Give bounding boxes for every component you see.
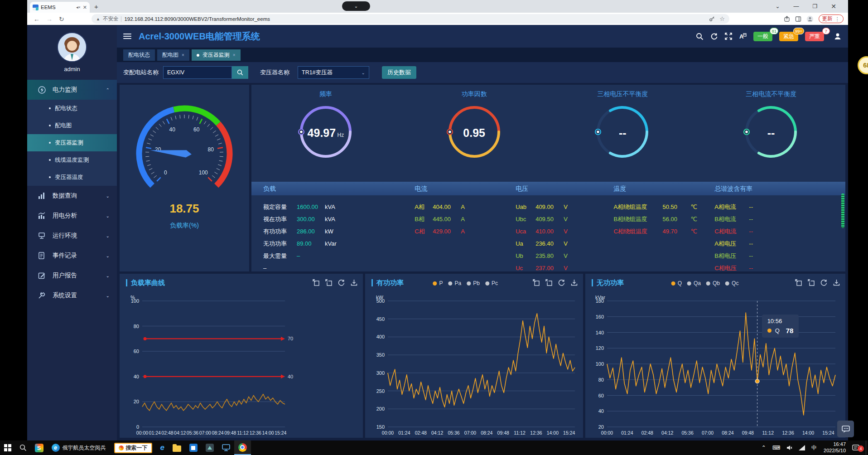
legend-item[interactable]: P xyxy=(433,280,443,286)
page-tab-1[interactable]: 配电图× xyxy=(157,49,189,61)
tab-close-icon[interactable]: ✕ xyxy=(83,5,87,10)
volume-icon[interactable] xyxy=(783,445,796,450)
show-desktop-button[interactable] xyxy=(866,440,868,455)
restore-box-icon[interactable] xyxy=(808,279,815,286)
legend-item[interactable]: Qb xyxy=(706,280,720,286)
scrollbar-thumb[interactable] xyxy=(841,194,844,228)
refresh-icon[interactable] xyxy=(820,279,827,286)
taskbar-clock[interactable]: 16:47 2022/5/10 xyxy=(820,441,849,454)
floating-badge[interactable]: 68 xyxy=(858,56,868,74)
alarm-normal-button[interactable]: 一般 81 xyxy=(753,32,772,41)
tab-search-icon[interactable]: ⌄ xyxy=(775,3,780,10)
network-icon[interactable] xyxy=(796,445,808,450)
row-label: Ua xyxy=(516,240,531,247)
user-avatar[interactable] xyxy=(57,32,87,62)
key-icon[interactable] xyxy=(709,16,715,22)
legend-item[interactable]: Pb xyxy=(467,280,480,286)
s-app-icon[interactable]: S xyxy=(31,440,48,455)
side-panel-icon[interactable] xyxy=(795,16,801,22)
address-bar[interactable]: ▲ 不安全 192.168.204.112:8090/3000WEBV2/Tra… xyxy=(92,14,729,24)
row-value: 409.50 xyxy=(535,216,561,223)
close-icon[interactable]: ✕ xyxy=(831,3,836,10)
forward-icon[interactable]: → xyxy=(46,15,53,23)
sidebar-item-3[interactable]: 线缆温度监测 xyxy=(27,151,117,169)
zoom-box-icon[interactable] xyxy=(533,279,540,286)
sidebar-group-5[interactable]: 用户报告⌄ xyxy=(27,266,117,286)
download-icon[interactable] xyxy=(351,279,357,286)
font-icon[interactable]: A xyxy=(739,33,747,40)
chat-button[interactable] xyxy=(837,421,854,437)
tab-mute-icon[interactable]: ◂× xyxy=(76,5,81,10)
fullscreen-icon[interactable] xyxy=(725,33,732,40)
taskbar-search-box[interactable]: 搜索一下 xyxy=(110,440,156,455)
photos-icon[interactable] xyxy=(202,440,218,455)
refresh-icon[interactable] xyxy=(338,279,345,286)
download-icon[interactable] xyxy=(833,279,840,286)
legend-item[interactable]: Pc xyxy=(485,280,498,286)
alarm-severe-button[interactable]: 严重 7 xyxy=(805,32,824,41)
transformer-select[interactable]: TR1#变压器 ⌄ xyxy=(298,66,369,79)
profile-icon[interactable] xyxy=(806,15,814,23)
blue-app-icon[interactable] xyxy=(185,440,202,455)
tab-close-icon[interactable]: × xyxy=(182,53,184,58)
sidebar-item-0[interactable]: 配电状态 xyxy=(27,100,117,117)
mini-gauge-value: 49.97 Hz xyxy=(251,126,400,140)
zoom-box-icon[interactable] xyxy=(795,279,802,286)
sidebar-group-3[interactable]: 运行环境⌄ xyxy=(27,226,117,246)
pen-icon[interactable]: ⌨ xyxy=(769,445,783,451)
sidebar-group-4[interactable]: 事件记录⌄ xyxy=(27,246,117,266)
update-button[interactable]: 更新 ⋮ xyxy=(819,15,844,23)
sidebar-item-2[interactable]: 变压器监测 xyxy=(27,134,117,151)
monitor-app-icon[interactable] xyxy=(218,440,234,455)
sidebar-group-6[interactable]: 系统设置⌄ xyxy=(27,286,117,305)
svg-text:40: 40 xyxy=(288,374,293,379)
station-input[interactable]: EGXIV xyxy=(163,66,232,79)
hamburger-icon[interactable] xyxy=(123,34,131,39)
sidebar-group-2[interactable]: 用电分析⌄ xyxy=(27,206,117,226)
alarm-urgent-button[interactable]: 紧急 99+ xyxy=(779,32,798,41)
refresh-icon[interactable] xyxy=(558,279,565,286)
search-icon[interactable] xyxy=(696,33,704,40)
media-controls-pill[interactable]: ⌄ xyxy=(342,1,370,11)
history-data-button[interactable]: 历史数据 xyxy=(382,66,416,79)
page-tab-2[interactable]: 变压器监测× xyxy=(192,49,241,61)
sidebar-group-1[interactable]: 数据查询⌄ xyxy=(27,186,117,206)
tab-close-icon[interactable]: × xyxy=(233,53,236,58)
restore-box-icon[interactable] xyxy=(325,279,332,286)
station-search-button[interactable] xyxy=(232,66,248,79)
zoom-box-icon[interactable] xyxy=(313,279,319,286)
download-icon[interactable] xyxy=(571,279,578,286)
menu-dots-icon[interactable]: ⋮ xyxy=(835,16,840,22)
legend-item[interactable]: Qa xyxy=(687,280,701,286)
start-icon[interactable] xyxy=(0,440,15,455)
page-tab-0[interactable]: 配电状态 xyxy=(123,49,155,61)
sidebar-item-1[interactable]: 配电图 xyxy=(27,117,117,134)
folder-icon[interactable] xyxy=(169,440,185,455)
notification-icon[interactable]: 4 xyxy=(849,444,866,451)
sidebar-group-0[interactable]: 电力监测⌃ xyxy=(27,80,117,100)
chrome-icon[interactable] xyxy=(234,440,251,455)
restore-icon[interactable]: ❐ xyxy=(813,3,818,10)
ime-indicator[interactable]: 中 xyxy=(808,444,820,452)
legend-item[interactable]: Qc xyxy=(725,280,738,286)
minimize-icon[interactable]: — xyxy=(794,3,799,10)
news-widget[interactable]: e 俄宇航员太空阅兵 xyxy=(48,440,110,455)
back-icon[interactable]: ← xyxy=(34,15,40,23)
legend-item[interactable]: Q xyxy=(671,280,682,286)
tray-chevron-icon[interactable]: ⌃ xyxy=(758,445,769,451)
row-unit: kVA xyxy=(325,216,335,223)
bookmark-star-icon[interactable]: ☆ xyxy=(719,15,725,22)
share-icon[interactable] xyxy=(784,16,790,22)
sidebar-item-4[interactable]: 变压器温度 xyxy=(27,169,117,186)
browser-tab[interactable]: EEMS ◂× ✕ xyxy=(30,2,90,13)
legend-item[interactable]: Pa xyxy=(448,280,462,286)
reload-icon[interactable]: ↻ xyxy=(59,15,64,23)
taskbar-search-icon[interactable] xyxy=(15,440,31,455)
new-tab-button[interactable]: + xyxy=(94,3,98,10)
restore-box-icon[interactable] xyxy=(545,279,552,286)
chart-title: 无功功率 xyxy=(592,279,624,286)
refresh-icon[interactable] xyxy=(710,33,718,40)
ie-icon[interactable]: e xyxy=(156,440,169,455)
user-icon[interactable] xyxy=(834,32,842,40)
sidebar-item-label: 配电状态 xyxy=(55,105,77,112)
